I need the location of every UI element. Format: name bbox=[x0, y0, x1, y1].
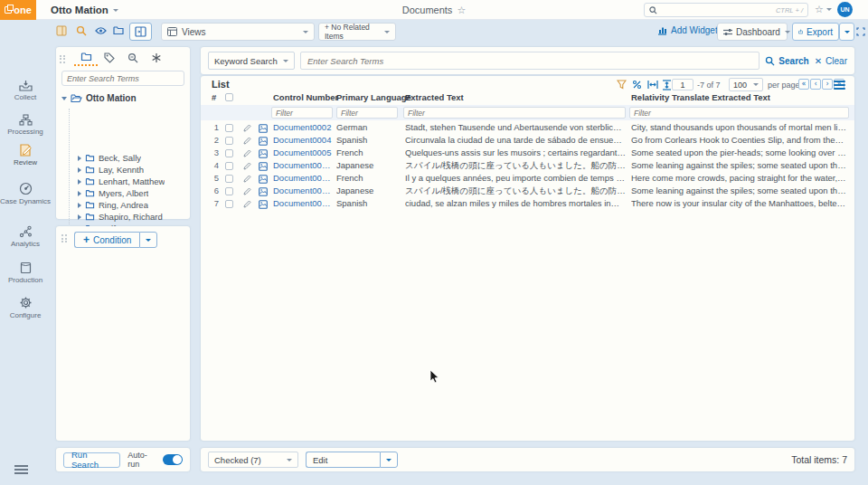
tree-folder[interactable]: Beck, Sally bbox=[78, 153, 141, 163]
tree-folder[interactable]: Lenhart, Matthew bbox=[78, 176, 165, 186]
nav-item-collect[interactable]: Collect bbox=[0, 80, 51, 101]
folder-browser-icon[interactable] bbox=[113, 25, 124, 35]
drag-handle[interactable] bbox=[61, 234, 66, 242]
tab-folders[interactable] bbox=[74, 52, 98, 66]
filter-input-language[interactable] bbox=[336, 107, 398, 119]
notes-panel-icon[interactable] bbox=[56, 25, 67, 36]
mass-edit-button[interactable]: Edit bbox=[306, 452, 398, 468]
row-checkbox[interactable] bbox=[225, 124, 233, 132]
edit-options-button[interactable] bbox=[380, 452, 398, 468]
select-all-checkbox[interactable] bbox=[225, 93, 233, 101]
row-height-icon[interactable] bbox=[662, 80, 672, 90]
tab-field-tree[interactable] bbox=[98, 52, 121, 66]
viewer-icon[interactable] bbox=[259, 149, 268, 158]
tree-folder[interactable]: Lay, Kennth bbox=[78, 165, 144, 175]
control-number-link[interactable]: Document0005 bbox=[273, 147, 333, 157]
page-number-input[interactable] bbox=[672, 79, 693, 90]
export-button[interactable]: Export bbox=[792, 23, 839, 41]
control-number-link[interactable]: Document00011 bbox=[273, 160, 333, 170]
search-terms-input[interactable] bbox=[300, 52, 760, 70]
export-options-button[interactable] bbox=[839, 23, 854, 41]
collapsed-triangle-icon[interactable] bbox=[78, 214, 81, 220]
previous-page-button[interactable]: ‹ bbox=[810, 79, 821, 90]
preview-eye-icon[interactable] bbox=[95, 26, 107, 35]
run-search-button[interactable]: Run Search bbox=[63, 452, 120, 468]
table-row[interactable]: 3 Document0005 French Quelques-uns assis… bbox=[201, 147, 854, 160]
control-number-link[interactable]: Document00027 bbox=[273, 198, 333, 208]
sampling-icon[interactable] bbox=[632, 80, 642, 90]
filter-input-extracted-text[interactable] bbox=[403, 107, 626, 119]
control-number-link[interactable]: Document0004 bbox=[273, 135, 333, 145]
checked-items-dropdown[interactable]: Checked (7) bbox=[208, 452, 298, 468]
search-button[interactable]: Search bbox=[765, 56, 808, 66]
next-page-button[interactable]: › bbox=[822, 79, 833, 90]
table-row[interactable]: 6 Document00020 Japanese スパイル/桟橋の頭に座っている… bbox=[201, 185, 854, 198]
collapsed-triangle-icon[interactable] bbox=[78, 191, 81, 196]
list-menu-icon[interactable] bbox=[834, 81, 845, 91]
filter-input-translated-text[interactable] bbox=[629, 107, 849, 119]
row-checkbox[interactable] bbox=[225, 137, 233, 145]
expand-icon[interactable] bbox=[856, 27, 865, 36]
search-panel-icon[interactable] bbox=[76, 25, 87, 36]
table-row[interactable]: 4 Document00011 Japanese スパイル/桟橋の頭に座っている… bbox=[201, 160, 854, 173]
nav-item-processing[interactable]: Processing bbox=[0, 114, 51, 136]
tree-root-folder[interactable]: Otto Mation bbox=[61, 93, 137, 103]
collapsed-triangle-icon[interactable] bbox=[78, 156, 81, 161]
drag-handle[interactable] bbox=[60, 55, 67, 63]
table-row[interactable]: 1 Document0002 German Stadt, stehen Taus… bbox=[201, 122, 854, 135]
document-panel-toggle-button[interactable] bbox=[129, 23, 152, 41]
row-checkbox[interactable] bbox=[225, 149, 233, 157]
favorite-star-icon[interactable]: ☆ bbox=[457, 5, 466, 16]
column-header-number[interactable]: # bbox=[212, 92, 216, 102]
tree-folder[interactable]: Shapiro, Richard bbox=[78, 212, 163, 222]
nav-item-analytics[interactable]: Analytics bbox=[0, 225, 51, 248]
nav-item-review[interactable]: Review bbox=[0, 144, 51, 166]
nav-item-case-dynamics[interactable]: Case Dynamics bbox=[0, 182, 51, 205]
column-header-extracted-text[interactable]: Extracted Text bbox=[405, 92, 464, 102]
edit-icon[interactable] bbox=[243, 187, 251, 195]
fit-column-width-icon[interactable] bbox=[647, 80, 658, 90]
column-header-language[interactable]: Primary Language bbox=[336, 92, 411, 102]
row-checkbox[interactable] bbox=[225, 187, 233, 195]
edit-icon[interactable] bbox=[243, 200, 251, 208]
row-checkbox[interactable] bbox=[225, 175, 233, 183]
browser-search-input[interactable] bbox=[61, 71, 184, 86]
column-header-translated-text[interactable]: Relativity Translate Extracted Text bbox=[631, 92, 770, 102]
first-page-button[interactable]: « bbox=[798, 79, 809, 90]
tree-folder[interactable]: Myers, Albert bbox=[78, 188, 148, 198]
edit-icon[interactable] bbox=[243, 162, 251, 170]
table-row[interactable]: 2 Document0004 Spanish Circunvala la ciu… bbox=[201, 135, 854, 147]
viewer-icon[interactable] bbox=[259, 124, 268, 133]
viewer-icon[interactable] bbox=[259, 162, 268, 171]
favorites-chevron-icon[interactable] bbox=[826, 8, 832, 11]
collapsed-triangle-icon[interactable] bbox=[78, 203, 81, 208]
viewer-icon[interactable] bbox=[259, 137, 268, 146]
tree-folder[interactable]: Ring, Andrea bbox=[78, 200, 148, 210]
nav-item-configure[interactable]: Configure bbox=[0, 296, 51, 319]
viewer-icon[interactable] bbox=[259, 187, 268, 196]
tab-clusters[interactable] bbox=[145, 52, 168, 66]
control-number-link[interactable]: Document0002 bbox=[273, 122, 333, 132]
tab-saved-searches[interactable] bbox=[121, 52, 145, 66]
collapsed-triangle-icon[interactable] bbox=[78, 179, 81, 185]
expand-triangle-icon[interactable] bbox=[61, 97, 67, 100]
control-number-link[interactable]: Document00020 bbox=[273, 185, 333, 195]
row-checkbox[interactable] bbox=[225, 162, 233, 170]
edit-icon[interactable] bbox=[243, 149, 251, 157]
dashboard-dropdown[interactable]: Dashboard bbox=[717, 23, 788, 41]
collapsed-triangle-icon[interactable] bbox=[78, 167, 81, 173]
control-number-link[interactable]: Document00013 bbox=[273, 173, 333, 183]
user-avatar[interactable]: UN bbox=[837, 2, 853, 17]
edit-icon[interactable] bbox=[243, 124, 251, 132]
global-search[interactable]: CTRL + / bbox=[644, 3, 808, 17]
add-widget-button[interactable]: Add Widget bbox=[657, 25, 718, 35]
filter-toggle-icon[interactable] bbox=[617, 80, 627, 90]
auto-run-toggle[interactable] bbox=[163, 454, 183, 465]
viewer-icon[interactable] bbox=[259, 200, 268, 209]
add-condition-button[interactable]: + Condition bbox=[74, 232, 157, 248]
clear-button[interactable]: ✕ Clear bbox=[815, 56, 847, 66]
favorites-star-icon[interactable]: ☆ bbox=[815, 4, 824, 15]
condition-options-button[interactable] bbox=[139, 232, 157, 248]
search-mode-dropdown[interactable]: Keyword Search bbox=[208, 52, 295, 70]
edit-icon[interactable] bbox=[243, 137, 251, 145]
